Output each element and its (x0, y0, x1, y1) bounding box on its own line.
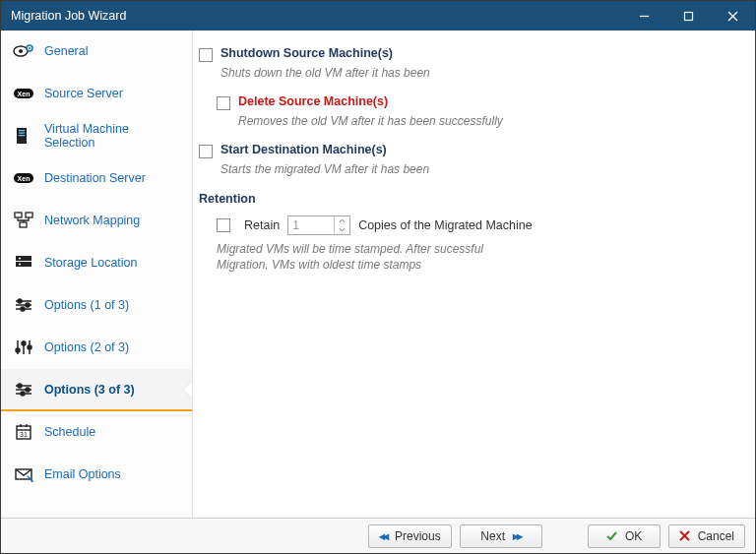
sidebar-item-label: Virtual Machine Selection (44, 122, 182, 150)
sidebar-item-storage-location[interactable]: Storage Location (1, 242, 192, 284)
svg-point-28 (21, 307, 25, 311)
sidebar-item-email-options[interactable]: Email Options (1, 454, 192, 496)
delete-source-label: Delete Source Machine(s) (238, 94, 388, 108)
start-destination-label: Start Destination Machine(s) (220, 143, 387, 156)
equalizer-icon (13, 337, 34, 358)
sidebar-item-label: Schedule (44, 425, 95, 439)
sidebar-item-options-3[interactable]: Options (3 of 3) (1, 369, 192, 411)
retain-copies-spinner[interactable] (287, 215, 350, 235)
sidebar-item-label: Destination Server (44, 171, 146, 185)
sidebar-item-label: Options (3 of 3) (44, 383, 135, 397)
svg-point-34 (28, 345, 32, 349)
spinner-down-button[interactable] (335, 225, 349, 234)
wizard-sidebar: General Xen Source Server Virtual Machin… (1, 31, 193, 518)
svg-rect-12 (19, 133, 25, 134)
titlebar: Migration Job Wizard (1, 1, 755, 31)
spinner-up-button[interactable] (335, 216, 349, 225)
retention-note: Migrated VMs will be time stamped. After… (217, 241, 492, 273)
next-button[interactable]: Next ▸▸ (460, 524, 542, 548)
sliders-icon (13, 294, 34, 316)
sidebar-item-label: Source Server (44, 87, 123, 100)
xen-icon: Xen (13, 167, 34, 189)
sidebar-item-network-mapping[interactable]: Network Mapping (1, 200, 192, 242)
xen-icon: Xen (13, 83, 34, 104)
svg-point-40 (21, 392, 25, 396)
start-destination-desc: Starts the migrated VM after it has been (220, 161, 536, 177)
svg-rect-19 (16, 256, 32, 261)
svg-point-26 (18, 299, 22, 303)
sidebar-item-label: Options (1 of 3) (44, 298, 129, 312)
svg-point-7 (29, 47, 31, 49)
ok-button-label: OK (625, 529, 642, 543)
svg-text:Xen: Xen (18, 175, 31, 182)
svg-point-38 (18, 384, 22, 388)
retain-checkbox[interactable] (217, 218, 230, 232)
delete-source-desc: Removes the old VM after it has been suc… (238, 113, 553, 129)
sidebar-item-destination-server[interactable]: Xen Destination Server (1, 157, 192, 200)
sidebar-item-label: Options (2 of 3) (44, 340, 129, 354)
cancel-button[interactable]: Cancel (668, 524, 745, 548)
email-icon (13, 463, 34, 485)
active-indicator-icon (183, 381, 193, 399)
sliders-icon (13, 379, 34, 400)
wizard-footer: ◂◂ Previous Next ▸▸ OK Cancel (1, 518, 755, 553)
svg-point-32 (16, 348, 20, 352)
previous-button[interactable]: ◂◂ Previous (368, 524, 452, 548)
delete-source-checkbox[interactable] (217, 96, 230, 110)
shutdown-source-checkbox[interactable] (199, 48, 213, 62)
svg-point-33 (22, 341, 26, 345)
window-title: Migration Job Wizard (11, 9, 622, 23)
next-button-label: Next (480, 529, 505, 543)
svg-text:31: 31 (20, 431, 28, 438)
retention-heading: Retention (199, 192, 733, 206)
shutdown-source-desc: Shuts down the old VM after it has been (220, 65, 536, 81)
previous-button-label: Previous (395, 529, 441, 543)
svg-point-5 (19, 49, 23, 53)
sidebar-item-label: Email Options (44, 467, 121, 481)
svg-rect-18 (20, 222, 27, 227)
retain-label: Retain (244, 218, 280, 232)
svg-rect-16 (15, 213, 22, 217)
storage-icon (13, 252, 34, 274)
sidebar-item-options-2[interactable]: Options (2 of 3) (1, 327, 192, 369)
svg-point-27 (26, 303, 30, 307)
svg-rect-13 (19, 135, 25, 136)
sidebar-item-options-1[interactable]: Options (1 of 3) (1, 284, 192, 327)
calendar-icon: 31 (13, 421, 34, 443)
wizard-window: Migration Job Wizard General Xen Source … (0, 0, 756, 554)
start-destination-checkbox[interactable] (199, 145, 213, 158)
svg-rect-1 (685, 12, 693, 20)
ok-button[interactable]: OK (588, 524, 661, 548)
x-icon (679, 530, 690, 541)
double-left-arrow-icon: ◂◂ (379, 529, 387, 543)
svg-rect-17 (26, 213, 32, 217)
sidebar-item-label: General (44, 44, 88, 58)
network-icon (13, 210, 34, 231)
retain-copies-suffix: Copies of the Migrated Machine (358, 218, 532, 232)
check-icon (605, 530, 617, 542)
svg-point-21 (19, 258, 21, 260)
maximize-button[interactable] (666, 1, 711, 31)
minimize-button[interactable] (622, 1, 666, 31)
sidebar-item-schedule[interactable]: 31 Schedule (1, 411, 192, 454)
svg-point-39 (26, 388, 30, 392)
close-button[interactable] (711, 1, 755, 31)
double-right-arrow-icon: ▸▸ (513, 529, 521, 543)
retain-copies-input[interactable] (288, 216, 334, 234)
sidebar-item-label: Storage Location (44, 256, 138, 270)
sidebar-item-label: Network Mapping (44, 214, 140, 227)
svg-rect-20 (16, 262, 32, 267)
gear-eye-icon (13, 40, 34, 62)
svg-rect-11 (19, 130, 25, 131)
svg-text:Xen: Xen (18, 91, 31, 97)
options-panel: Shutdown Source Machine(s) Shuts down th… (193, 31, 755, 518)
sidebar-item-source-server[interactable]: Xen Source Server (1, 73, 192, 115)
server-icon (13, 125, 34, 147)
cancel-button-label: Cancel (698, 529, 734, 543)
sidebar-item-vm-selection[interactable]: Virtual Machine Selection (1, 115, 192, 157)
shutdown-source-label: Shutdown Source Machine(s) (220, 46, 393, 60)
svg-point-22 (19, 264, 21, 266)
sidebar-item-general[interactable]: General (1, 31, 192, 73)
